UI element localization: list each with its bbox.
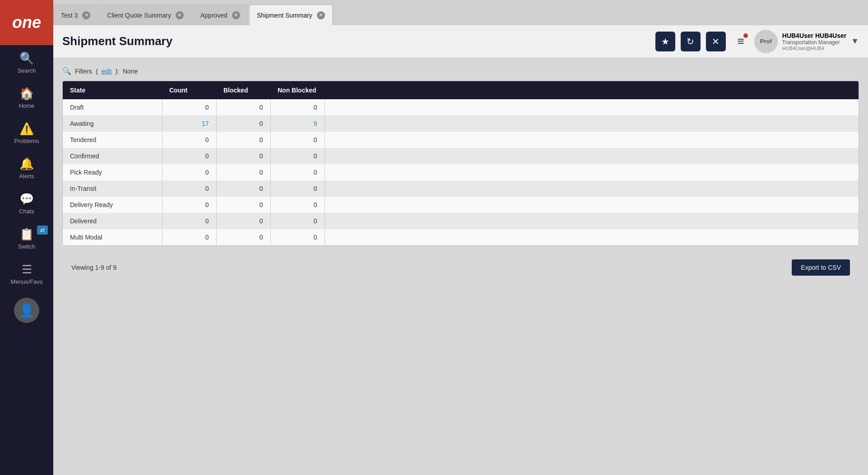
avatar-initials: Prof — [760, 38, 772, 45]
menu-icon: ☰ — [22, 263, 32, 277]
cell-count: 17 — [162, 115, 216, 132]
cell-count: 0 — [162, 197, 216, 213]
cell-non-blocked: 0 — [270, 229, 325, 245]
sidebar-item-search[interactable]: 🔍 Search — [0, 45, 53, 80]
cell-count: 0 — [162, 99, 216, 115]
chat-icon: 💬 — [19, 192, 34, 206]
cell-extra — [325, 164, 859, 180]
profile-avatar: Prof — [754, 30, 778, 53]
count-link[interactable]: 17 — [202, 120, 209, 127]
table-row: Delivered000 — [63, 213, 859, 229]
sidebar-item-chats[interactable]: 💬 Chats — [0, 186, 53, 221]
table-footer: Viewing 1-9 of 9 Export to CSV — [62, 253, 859, 282]
shipment-table: State Count Blocked Non Blocked Draft000… — [62, 81, 859, 246]
search-icon: 🔍 — [19, 51, 34, 65]
filter-edit-label: ( — [96, 68, 98, 75]
cell-non-blocked: 0 — [270, 213, 325, 229]
export-csv-button[interactable]: Export to CSV — [792, 259, 850, 276]
tab-approved-close[interactable]: ✕ — [232, 11, 240, 19]
menu-button[interactable]: ≡ — [733, 32, 749, 50]
tab-approved[interactable]: Approved ✕ — [193, 5, 248, 25]
cell-extra — [325, 229, 859, 245]
cell-state: Tendered — [63, 132, 162, 148]
cell-blocked: 0 — [216, 197, 270, 213]
profile-section[interactable]: Prof HUB4User HUB4User Transportation Ma… — [754, 30, 859, 53]
table-row: Delivery Ready000 — [63, 197, 859, 213]
profile-name: HUB4User HUB4User — [782, 32, 846, 39]
sidebar-item-alerts-label: Alerts — [19, 173, 34, 180]
cell-count: 0 — [162, 164, 216, 180]
cell-extra — [325, 115, 859, 132]
cell-non-blocked: 9 — [270, 115, 325, 132]
sidebar-item-menus-label: Menus/Favs — [11, 278, 43, 285]
cell-non-blocked: 0 — [270, 132, 325, 148]
cell-state: Delivered — [63, 213, 162, 229]
col-count: Count — [162, 81, 216, 99]
cell-state: Delivery Ready — [63, 197, 162, 213]
cell-non-blocked: 0 — [270, 148, 325, 164]
col-non-blocked: Non Blocked — [270, 81, 325, 99]
cell-extra — [325, 213, 859, 229]
profile-chevron-icon[interactable]: ▼ — [851, 37, 859, 46]
tab-client-quote-close[interactable]: ✕ — [176, 11, 184, 19]
refresh-button[interactable]: ↻ — [681, 32, 701, 51]
sidebar-item-problems[interactable]: ⚠️ Problems — [0, 115, 53, 151]
bell-icon: 🔔 — [19, 157, 34, 171]
app-logo[interactable]: one — [0, 0, 53, 45]
cell-extra — [325, 148, 859, 164]
sidebar-item-alerts[interactable]: 🔔 Alerts — [0, 151, 53, 186]
table-row: Multi Modal000 — [63, 229, 859, 245]
tab-test3[interactable]: Test 3 ✕ — [53, 5, 98, 25]
tabs-bar: Test 3 ✕ Client Quote Summary ✕ Approved… — [53, 0, 868, 25]
table-row: Awaiting1709 — [63, 115, 859, 132]
main-area: Test 3 ✕ Client Quote Summary ✕ Approved… — [53, 0, 868, 475]
table-row: In-Transit000 — [63, 180, 859, 197]
non-blocked-link[interactable]: 9 — [314, 120, 317, 127]
tab-client-quote[interactable]: Client Quote Summary ✕ — [99, 5, 191, 25]
table-row: Confirmed000 — [63, 148, 859, 164]
filter-icon: 🔍 — [62, 67, 71, 75]
page-title: Shipment Summary — [62, 34, 650, 48]
cell-blocked: 0 — [216, 213, 270, 229]
sidebar-item-menus[interactable]: ☰ Menus/Favs — [0, 256, 53, 291]
tab-approved-label: Approved — [200, 12, 227, 19]
tab-client-quote-label: Client Quote Summary — [107, 12, 171, 19]
sidebar-item-switch-label: Switch — [18, 243, 35, 250]
cell-blocked: 0 — [216, 99, 270, 115]
tab-shipment-summary[interactable]: Shipment Summary ✕ — [249, 5, 333, 25]
tab-test3-label: Test 3 — [61, 12, 78, 19]
col-blocked: Blocked — [216, 81, 270, 99]
sidebar-item-search-label: Search — [17, 67, 36, 74]
favorite-button[interactable]: ★ — [655, 32, 675, 51]
logo-text: one — [12, 13, 41, 32]
sidebar-item-switch[interactable]: 📋 ⇄ Switch — [0, 221, 53, 256]
cell-state: Confirmed — [63, 148, 162, 164]
tab-shipment-summary-close[interactable]: ✕ — [317, 11, 325, 19]
filter-edit-link[interactable]: edit — [102, 68, 112, 75]
cell-extra — [325, 132, 859, 148]
cell-blocked: 0 — [216, 229, 270, 245]
cell-non-blocked: 0 — [270, 99, 325, 115]
tab-test3-close[interactable]: ✕ — [82, 11, 90, 19]
sidebar-item-home[interactable]: 🏠 Home — [0, 80, 53, 115]
cell-extra — [325, 180, 859, 197]
sidebar-item-chats-label: Chats — [19, 208, 34, 215]
cell-count: 0 — [162, 229, 216, 245]
content-area: 🔍 Filters (edit): None State Count Block… — [53, 58, 868, 475]
cell-extra — [325, 99, 859, 115]
close-page-button[interactable]: ✕ — [706, 32, 726, 51]
cell-state: Pick Ready — [63, 164, 162, 180]
cell-state: In-Transit — [63, 180, 162, 197]
cell-count: 0 — [162, 180, 216, 197]
cell-extra — [325, 197, 859, 213]
cell-state: Awaiting — [63, 115, 162, 132]
avatar[interactable]: 👤 — [14, 298, 39, 323]
avatar-icon: 👤 — [19, 303, 35, 318]
home-icon: 🏠 — [19, 87, 34, 101]
profile-email: HUB4User@HUB4 — [782, 46, 846, 51]
cell-non-blocked: 0 — [270, 197, 325, 213]
col-state: State — [63, 81, 162, 99]
cell-blocked: 0 — [216, 148, 270, 164]
sidebar-item-problems-label: Problems — [14, 138, 39, 144]
table-header-row: State Count Blocked Non Blocked — [63, 81, 859, 99]
